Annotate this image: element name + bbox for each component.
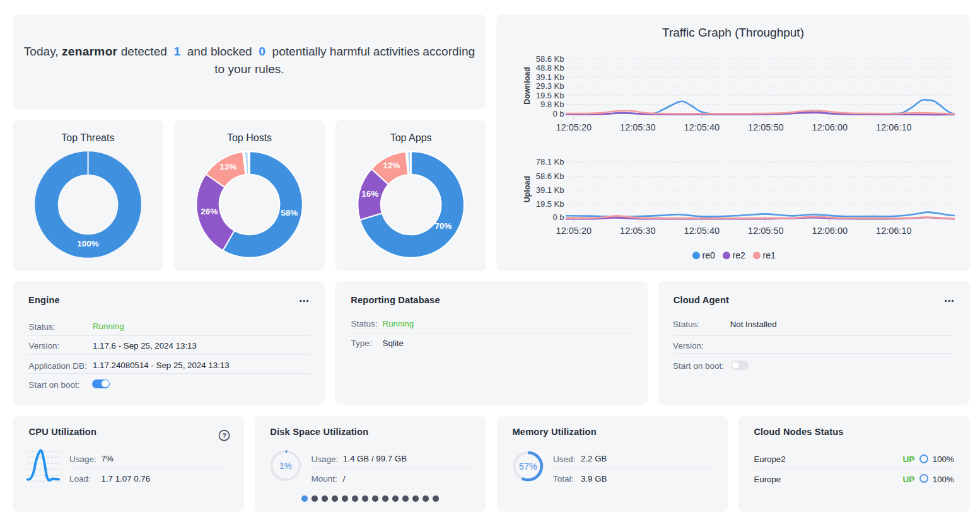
svg-text:Download: Download [523,67,532,105]
svg-text:12:05:30: 12:05:30 [620,122,655,132]
svg-text:48.8 Kb: 48.8 Kb [536,63,564,72]
svg-text:12:06:00: 12:06:00 [812,122,848,132]
svg-text:26%: 26% [201,207,218,216]
svg-text:9.8 Kb: 9.8 Kb [540,100,564,109]
svg-text:39.1 Kb: 39.1 Kb [536,72,564,82]
svg-text:78.1 Kb: 78.1 Kb [536,157,564,166]
svg-text:12:05:30: 12:05:30 [620,226,655,236]
svg-text:12:06:10: 12:06:10 [876,226,911,236]
svg-text:Upload: Upload [523,176,532,202]
svg-text:58.6 Kb: 58.6 Kb [536,171,564,181]
svg-text:39.1 Kb: 39.1 Kb [536,185,564,195]
svg-text:re2: re2 [733,250,745,260]
svg-text:re1: re1 [763,250,776,260]
svg-text:0 b: 0 b [552,212,564,222]
svg-text:58.6 Kb: 58.6 Kb [536,54,564,64]
svg-text:12:05:40: 12:05:40 [684,226,720,236]
svg-text:Traffic Graph (Throughput): Traffic Graph (Throughput) [662,26,804,39]
svg-text:12:05:50: 12:05:50 [748,122,783,132]
svg-text:12:05:20: 12:05:20 [556,122,592,132]
svg-text:70%: 70% [435,221,452,231]
svg-text:12:05:20: 12:05:20 [556,226,592,236]
svg-text:0 b: 0 b [552,109,564,119]
svg-text:58%: 58% [281,208,298,217]
svg-text:13%: 13% [219,162,236,171]
svg-text:?: ? [222,432,226,439]
svg-text:19.5 Kb: 19.5 Kb [536,91,564,100]
svg-text:12:05:40: 12:05:40 [684,122,720,132]
svg-text:19.5 Kb: 19.5 Kb [536,199,564,209]
svg-text:57%: 57% [518,461,537,472]
svg-text:12:06:00: 12:06:00 [812,226,848,236]
svg-text:100%: 100% [77,239,99,248]
svg-text:29.3 Kb: 29.3 Kb [536,81,564,91]
svg-text:re0: re0 [703,250,715,260]
svg-text:1%: 1% [279,461,292,471]
svg-text:12:05:50: 12:05:50 [748,226,783,236]
svg-text:12:06:10: 12:06:10 [876,122,911,132]
svg-text:12%: 12% [383,161,400,170]
svg-text:16%: 16% [361,189,378,199]
